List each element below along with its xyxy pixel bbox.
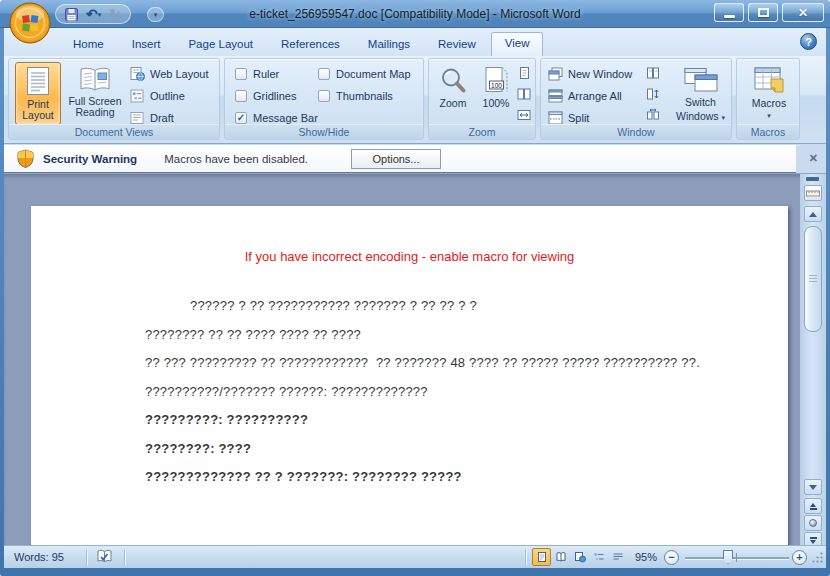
new-window-button[interactable]: New Window	[548, 65, 632, 82]
tab-view[interactable]: View	[491, 32, 544, 56]
switch-windows-icon	[683, 66, 719, 94]
minimize-button[interactable]	[714, 3, 744, 22]
document-line: ???????? ?? ?? ???? ???? ?? ????	[145, 327, 361, 342]
next-page-button[interactable]	[804, 532, 822, 545]
group-label-document-views: Document Views	[9, 124, 219, 139]
outline-button[interactable]: Outline	[130, 87, 185, 104]
tab-home[interactable]: Home	[60, 34, 117, 56]
ruler-toggle-button[interactable]	[804, 185, 822, 201]
ruler-checkbox[interactable]	[235, 68, 247, 80]
two-pages-button[interactable]	[514, 85, 534, 102]
gridlines-checkbox[interactable]	[235, 90, 247, 102]
tab-review[interactable]: Review	[425, 34, 489, 56]
status-outline-button[interactable]	[589, 548, 608, 566]
document-line: ?????? ? ?? ??????????? ??????? ? ?? ?? …	[190, 298, 477, 313]
message-bar-close-button[interactable]: ✕	[809, 152, 818, 165]
page-width-button[interactable]	[514, 106, 534, 123]
checkbox-ruler[interactable]: Ruler	[235, 66, 279, 82]
reset-window-position-button[interactable]	[643, 106, 663, 123]
zoom-in-button[interactable]: +	[792, 550, 807, 565]
scrollbar-thumb[interactable]	[804, 226, 822, 332]
status-draft-icon	[612, 551, 624, 563]
resize-grip-icon	[811, 551, 824, 564]
macros-button[interactable]: Macros ▾	[745, 62, 793, 125]
status-draft-button[interactable]	[608, 548, 627, 566]
options-button[interactable]: Options...	[351, 149, 441, 169]
scrollbar-grip	[809, 275, 817, 284]
two-pages-icon	[517, 87, 531, 101]
switch-windows-button[interactable]: Switch Windows ▾	[673, 62, 728, 125]
reset-window-position-icon	[646, 108, 660, 122]
tab-references[interactable]: References	[268, 34, 353, 56]
status-bar: Words: 95	[4, 545, 826, 568]
help-button[interactable]: ?	[800, 33, 817, 50]
maximize-button[interactable]	[748, 3, 778, 22]
zoom-slider-track[interactable]	[685, 557, 789, 559]
draft-label: Draft	[150, 112, 174, 124]
zoom-out-button[interactable]: −	[664, 550, 679, 565]
scroll-down-button[interactable]	[804, 479, 822, 495]
status-print-layout-button[interactable]	[532, 548, 551, 566]
previous-page-button[interactable]	[804, 498, 822, 514]
close-button[interactable]: ✕	[782, 3, 824, 22]
scroll-up-icon	[809, 212, 817, 217]
web-layout-icon	[130, 67, 145, 81]
close-icon: ✕	[798, 6, 808, 20]
zoom-100-icon: 100	[484, 66, 509, 95]
full-screen-reading-button[interactable]: Full Screen Reading	[64, 62, 126, 125]
scroll-down-icon	[809, 485, 817, 490]
checkbox-thumbnails[interactable]: Thumbnails	[318, 88, 393, 104]
synchronous-scrolling-button[interactable]	[643, 85, 663, 102]
group-window: New Window Arrange All	[540, 58, 732, 140]
ribbon-tab-row: Home Insert Page Layout References Maili…	[4, 28, 826, 56]
switch-windows-dropdown-icon: ▾	[722, 114, 726, 121]
document-line: ??????????/??????? ??????: ?????????????	[145, 384, 428, 399]
status-web-layout-button[interactable]	[570, 548, 589, 566]
undo-icon: ↶	[86, 7, 98, 21]
macros-disabled-text: Macros have been disabled.	[164, 153, 308, 165]
scroll-up-button[interactable]	[804, 206, 822, 222]
message-bar-label: Message Bar	[253, 112, 318, 124]
office-logo-icon	[9, 2, 51, 44]
full-screen-reading-icon	[79, 66, 111, 93]
customize-qat-button[interactable]: ▾	[147, 7, 164, 22]
zoom-icon	[438, 66, 468, 95]
arrange-all-button[interactable]: Arrange All	[548, 87, 622, 104]
resize-grip[interactable]	[811, 551, 824, 566]
view-side-by-side-button[interactable]	[643, 64, 663, 81]
thumbnails-checkbox[interactable]	[318, 90, 330, 102]
arrange-all-icon	[548, 89, 563, 103]
message-bar-checkbox[interactable]: ✓	[235, 112, 247, 124]
checkbox-document-map[interactable]: Document Map	[318, 66, 411, 82]
outline-label: Outline	[150, 90, 185, 102]
document-map-checkbox[interactable]	[318, 68, 330, 80]
status-full-screen-button[interactable]	[551, 548, 570, 566]
status-separator	[124, 549, 125, 565]
office-button[interactable]	[9, 2, 51, 44]
select-browse-object-button[interactable]	[804, 515, 822, 531]
redo-button[interactable]: ↻	[109, 7, 121, 21]
maximize-icon	[758, 8, 769, 17]
document-line: ????????: ????	[145, 441, 251, 456]
message-bar-row: Security Warning Macros have been disabl…	[4, 144, 826, 174]
tab-page-layout[interactable]: Page Layout	[175, 34, 266, 56]
tab-mailings[interactable]: Mailings	[355, 34, 423, 56]
print-layout-button[interactable]: Print Layout	[15, 62, 61, 125]
one-page-button[interactable]	[514, 64, 534, 81]
document-line: ????????????? ?? ? ???????: ???????? ???…	[145, 469, 462, 484]
web-layout-button[interactable]: Web Layout	[130, 65, 209, 82]
zoom-slider-thumb[interactable]	[723, 550, 733, 564]
split-handle[interactable]	[806, 177, 819, 181]
web-layout-label: Web Layout	[150, 68, 209, 80]
tab-insert[interactable]: Insert	[119, 34, 174, 56]
zoom-100-button[interactable]: 100 100%	[476, 62, 516, 125]
group-macros: Macros ▾ Macros	[736, 58, 800, 140]
checkbox-gridlines[interactable]: Gridlines	[235, 88, 296, 104]
save-button[interactable]	[65, 8, 78, 21]
undo-button[interactable]: ↶ ▾	[86, 7, 101, 21]
word-count[interactable]: Words: 95	[14, 551, 64, 563]
proofing-status-button[interactable]	[96, 549, 113, 567]
security-warning-title: Security Warning	[43, 153, 137, 165]
zoom-level[interactable]: 95%	[635, 551, 657, 563]
zoom-button[interactable]: Zoom	[432, 62, 474, 125]
